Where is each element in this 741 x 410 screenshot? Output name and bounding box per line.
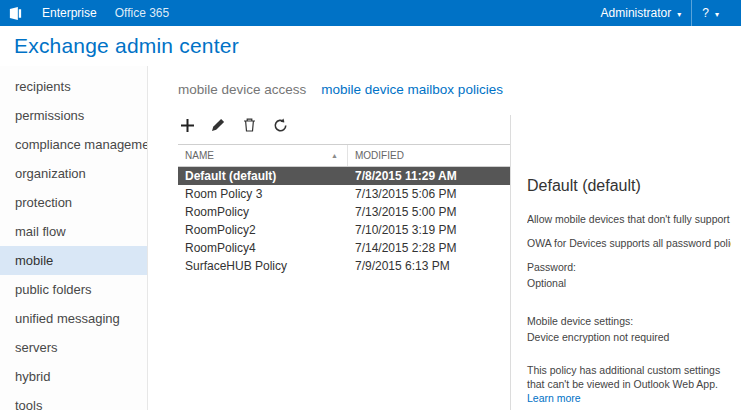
column-header-modified[interactable]: MODIFIED bbox=[348, 145, 510, 166]
modified-cell: 7/13/2015 5:06 PM bbox=[348, 185, 510, 203]
sidebar-item-protection[interactable]: protection bbox=[0, 188, 147, 217]
policy-name-cell: Default (default) bbox=[178, 167, 348, 185]
sidebar-item-recipients[interactable]: recipients bbox=[0, 72, 147, 101]
toolbar bbox=[178, 115, 510, 135]
details-title: Default (default) bbox=[527, 177, 731, 195]
sidebar-item-tools[interactable]: tools bbox=[0, 391, 147, 410]
suite-bar-right: Administrator ▾ ? ▾ bbox=[591, 0, 729, 26]
policy-list-pane: NAME ▲ MODIFIED Default (default) 7/8/20… bbox=[148, 115, 510, 410]
suite-tab-office365[interactable]: Office 365 bbox=[106, 0, 178, 26]
sidebar-item-permissions[interactable]: permissions bbox=[0, 101, 147, 130]
modified-cell: 7/9/2015 6:13 PM bbox=[348, 257, 510, 275]
page-title: Exchange admin center bbox=[14, 34, 239, 58]
suite-bar-left: Enterprise Office 365 bbox=[8, 0, 178, 26]
tab-mobile-device-access[interactable]: mobile device access bbox=[178, 82, 306, 97]
sidebar-item-organization[interactable]: organization bbox=[0, 159, 147, 188]
main-content: mobile device access mobile device mailb… bbox=[148, 66, 741, 410]
content-row: NAME ▲ MODIFIED Default (default) 7/8/20… bbox=[148, 115, 741, 410]
table-row[interactable]: RoomPolicy2 7/10/2015 3:19 PM bbox=[178, 221, 510, 239]
sidebar-item-mobile[interactable]: mobile bbox=[0, 246, 147, 275]
password-value: Optional bbox=[527, 277, 731, 289]
office-logo-icon[interactable] bbox=[8, 6, 23, 21]
table-row[interactable]: Room Policy 3 7/13/2015 5:06 PM bbox=[178, 185, 510, 203]
pencil-icon bbox=[211, 118, 225, 132]
modified-cell: 7/10/2015 3:19 PM bbox=[348, 221, 510, 239]
note-text: This policy has additional custom settin… bbox=[527, 364, 720, 390]
sidebar-item-unified-messaging[interactable]: unified messaging bbox=[0, 304, 147, 333]
refresh-button[interactable] bbox=[271, 116, 289, 134]
table-header: NAME ▲ MODIFIED bbox=[178, 145, 510, 167]
sidebar-item-compliance-management[interactable]: compliance management bbox=[0, 130, 147, 159]
modified-cell: 7/8/2015 11:29 AM bbox=[348, 167, 510, 185]
sidebar: recipients permissions compliance manage… bbox=[0, 66, 148, 410]
column-header-name[interactable]: NAME ▲ bbox=[178, 145, 348, 166]
tab-mobile-device-mailbox-policies[interactable]: mobile device mailbox policies bbox=[321, 82, 503, 97]
mobile-device-settings-label: Mobile device settings: bbox=[527, 315, 731, 327]
details-description-line: Allow mobile devices that don't fully su… bbox=[527, 213, 731, 225]
table-row[interactable]: RoomPolicy 7/13/2015 5:00 PM bbox=[178, 203, 510, 221]
table-row[interactable]: Default (default) 7/8/2015 11:29 AM bbox=[178, 167, 510, 185]
table-row[interactable]: SurfaceHUB Policy 7/9/2015 6:13 PM bbox=[178, 257, 510, 275]
app-header: Exchange admin center bbox=[0, 26, 741, 66]
details-description-line: OWA for Devices supports all password po… bbox=[527, 237, 731, 249]
modified-cell: 7/14/2015 2:28 PM bbox=[348, 239, 510, 257]
help-label: ? bbox=[702, 6, 709, 20]
body: recipients permissions compliance manage… bbox=[0, 66, 741, 410]
learn-more-link[interactable]: Learn more bbox=[527, 392, 581, 404]
delete-button[interactable] bbox=[240, 116, 258, 134]
help-menu[interactable]: ? ▾ bbox=[691, 0, 729, 26]
policy-name-cell: RoomPolicy bbox=[178, 203, 348, 221]
add-button[interactable] bbox=[178, 116, 196, 134]
refresh-icon bbox=[273, 118, 288, 133]
sidebar-item-public-folders[interactable]: public folders bbox=[0, 275, 147, 304]
policy-name-cell: Room Policy 3 bbox=[178, 185, 348, 203]
section-tabs: mobile device access mobile device mailb… bbox=[148, 82, 741, 97]
policy-name-cell: RoomPolicy2 bbox=[178, 221, 348, 239]
chevron-down-icon: ▾ bbox=[715, 10, 719, 19]
modified-cell: 7/13/2015 5:00 PM bbox=[348, 203, 510, 221]
policy-details-pane: Default (default) Allow mobile devices t… bbox=[510, 115, 741, 410]
administrator-label: Administrator bbox=[601, 6, 672, 20]
plus-icon bbox=[180, 118, 195, 133]
modified-column-label: MODIFIED bbox=[355, 150, 404, 161]
sidebar-item-hybrid[interactable]: hybrid bbox=[0, 362, 147, 391]
sidebar-item-mail-flow[interactable]: mail flow bbox=[0, 217, 147, 246]
policies-table: NAME ▲ MODIFIED Default (default) 7/8/20… bbox=[178, 144, 510, 275]
table-row[interactable]: RoomPolicy4 7/14/2015 2:28 PM bbox=[178, 239, 510, 257]
mobile-device-settings-value: Device encryption not required bbox=[527, 331, 731, 343]
trash-icon bbox=[243, 118, 256, 132]
custom-settings-note: This policy has additional custom settin… bbox=[527, 363, 731, 405]
sidebar-item-servers[interactable]: servers bbox=[0, 333, 147, 362]
edit-button[interactable] bbox=[209, 116, 227, 134]
password-label: Password: bbox=[527, 261, 731, 273]
policy-name-cell: SurfaceHUB Policy bbox=[178, 257, 348, 275]
exchange-admin-center-window: Enterprise Office 365 Administrator ▾ ? … bbox=[0, 0, 741, 410]
suite-bar: Enterprise Office 365 Administrator ▾ ? … bbox=[0, 0, 741, 26]
chevron-down-icon: ▾ bbox=[677, 10, 681, 19]
sort-ascending-icon: ▲ bbox=[331, 152, 338, 159]
name-column-label: NAME bbox=[185, 150, 214, 161]
policy-name-cell: RoomPolicy4 bbox=[178, 239, 348, 257]
suite-tab-enterprise[interactable]: Enterprise bbox=[33, 0, 106, 26]
administrator-menu[interactable]: Administrator ▾ bbox=[591, 0, 692, 26]
